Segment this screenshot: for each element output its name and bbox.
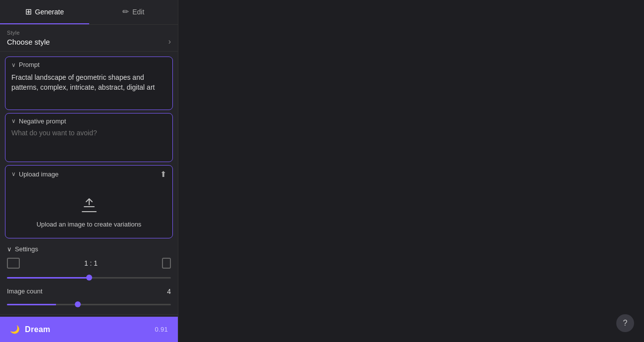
dream-clock-icon: 🌙 [10,325,20,334]
edit-icon: ✏ [122,7,129,16]
negative-prompt-label: Negative prompt [19,117,66,125]
negative-prompt-header: ∨ Negative prompt [5,114,172,127]
style-row[interactable]: Choose style › [7,37,171,46]
settings-header: ∨ Settings [7,245,171,253]
image-count-row: Image count 4 [7,287,171,295]
prompt-label: Prompt [19,61,40,68]
image-count-label: Image count [7,287,43,295]
upload-section: ∨ Upload image ⬆ Upload [5,165,173,238]
tab-edit-label: Edit [132,8,144,16]
main-area: ? [178,0,644,342]
prompt-textarea[interactable] [5,70,172,108]
settings-section: ∨ Settings 1 : 1 [0,241,178,287]
prompt-box: ∨ Prompt [5,57,173,110]
upload-header: ∨ Upload image ⬆ [5,166,172,181]
prompt-chevron-icon: ∨ [11,61,16,68]
aspect-portrait-icon [162,258,171,269]
image-count-slider[interactable] [7,304,171,305]
tab-generate[interactable]: ⊞ Generate [0,0,89,24]
style-value: Choose style [7,38,50,46]
aspect-landscape-icon [7,258,20,269]
generate-icon: ⊞ [25,7,32,16]
style-label: Style [7,30,171,36]
chevron-right-icon: › [168,37,171,46]
sidebar: ⊞ Generate ✏ Edit Style Choose style › ∨… [0,0,178,342]
aspect-ratio-slider[interactable] [7,277,171,279]
image-count-value: 4 [167,287,171,295]
dream-version: 0.91 [155,326,168,333]
negative-prompt-textarea[interactable] [5,127,172,160]
dream-button-left: 🌙 Dream [10,325,51,334]
negative-chevron-icon: ∨ [11,117,16,124]
tab-edit[interactable]: ✏ Edit [89,0,178,24]
upload-share-icon[interactable]: ⬆ [160,170,166,179]
aspect-ratio-value: 1 : 1 [25,259,157,267]
tab-bar: ⊞ Generate ✏ Edit [0,0,178,25]
upload-dropzone[interactable]: Upload an image to create variations [5,181,172,238]
upload-arrow-icon [80,193,98,216]
tab-generate-label: Generate [35,8,64,16]
help-icon: ? [623,319,628,328]
help-button[interactable]: ? [616,314,634,332]
upload-label: Upload image [19,171,58,178]
upload-instruction-text: Upload an image to create variations [37,221,142,228]
upload-chevron-icon: ∨ [11,171,16,177]
negative-prompt-box: ∨ Negative prompt [5,113,173,162]
aspect-ratio-row: 1 : 1 [7,258,171,269]
image-count-section: Image count 4 [0,287,178,314]
prompt-header: ∨ Prompt [5,57,172,70]
settings-chevron-icon: ∨ [7,245,12,253]
upload-header-left: ∨ Upload image [11,171,58,178]
settings-label: Settings [15,245,38,253]
style-section: Style Choose style › [0,25,178,52]
dream-button[interactable]: 🌙 Dream 0.91 [0,317,178,342]
dream-label: Dream [25,325,50,334]
sidebar-scroll: Style Choose style › ∨ Prompt ∨ Negative… [0,25,178,317]
